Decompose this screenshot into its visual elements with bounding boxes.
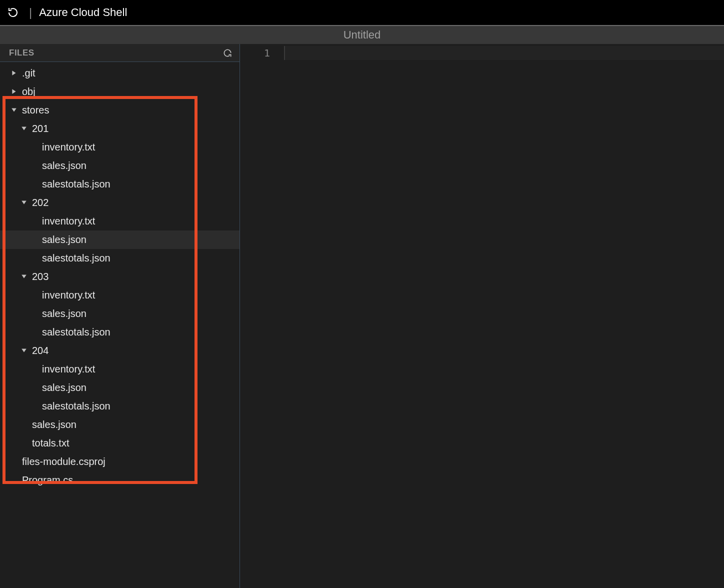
chevron-down-icon[interactable] bbox=[21, 274, 28, 280]
tree-item-label: 203 bbox=[32, 271, 48, 282]
tree-item-label: sales.json bbox=[32, 419, 76, 430]
tree-item-label: salestotals.json bbox=[42, 400, 110, 412]
tree-folder[interactable]: stores bbox=[0, 101, 240, 120]
tree-arrow-spacer bbox=[31, 144, 38, 151]
tree-item-label: salestotals.json bbox=[42, 326, 110, 338]
editor-current-line bbox=[284, 46, 724, 60]
file-tree: .gitobjstores201inventory.txtsales.jsons… bbox=[0, 62, 240, 588]
tree-arrow-spacer bbox=[31, 403, 38, 410]
tree-arrow-spacer bbox=[21, 440, 28, 447]
tree-arrow-spacer bbox=[31, 310, 38, 318]
tree-item-label: 201 bbox=[32, 123, 48, 134]
app-title: Azure Cloud Shell bbox=[39, 6, 127, 19]
chevron-right-icon[interactable] bbox=[11, 70, 18, 77]
tree-file[interactable]: inventory.txt bbox=[0, 138, 240, 156]
chevron-down-icon[interactable] bbox=[21, 200, 28, 206]
tree-file[interactable]: sales.json bbox=[0, 156, 240, 175]
main: FILES .gitobjstores201inventory.txtsales… bbox=[0, 44, 724, 588]
tree-item-label: obj bbox=[22, 86, 36, 98]
tree-arrow-spacer bbox=[31, 329, 38, 336]
tree-item-label: stores bbox=[22, 104, 49, 116]
tree-file[interactable]: salestotals.json bbox=[0, 397, 240, 416]
sidebar-title: FILES bbox=[9, 48, 34, 58]
tree-arrow-spacer bbox=[31, 255, 38, 262]
tree-item-label: .git bbox=[22, 68, 36, 79]
tree-folder[interactable]: 202 bbox=[0, 194, 240, 212]
tree-file[interactable]: salestotals.json bbox=[0, 323, 240, 342]
tree-arrow-spacer bbox=[31, 292, 38, 299]
tree-folder[interactable]: 204 bbox=[0, 342, 240, 360]
tree-file[interactable]: totals.txt bbox=[0, 434, 240, 452]
tree-arrow-spacer bbox=[31, 384, 38, 392]
tree-item-label: inventory.txt bbox=[42, 290, 95, 301]
restart-icon[interactable] bbox=[6, 6, 20, 20]
tree-arrow-spacer bbox=[31, 181, 38, 188]
tree-folder[interactable]: 203 bbox=[0, 268, 240, 286]
chevron-down-icon[interactable] bbox=[21, 126, 28, 132]
tree-item-label: Program.cs bbox=[22, 474, 73, 486]
tree-arrow-spacer bbox=[21, 422, 28, 428]
tree-file[interactable]: sales.json bbox=[0, 416, 240, 434]
tree-arrow-spacer bbox=[11, 458, 18, 466]
tree-arrow-spacer bbox=[31, 366, 38, 373]
sidebar: FILES .gitobjstores201inventory.txtsales… bbox=[0, 44, 240, 588]
refresh-icon[interactable] bbox=[222, 48, 232, 58]
tree-item-label: files-module.csproj bbox=[22, 456, 106, 468]
tab-untitled[interactable]: Untitled bbox=[344, 28, 381, 42]
tree-arrow-spacer bbox=[31, 218, 38, 225]
chevron-down-icon[interactable] bbox=[21, 348, 28, 354]
tree-item-label: salestotals.json bbox=[42, 178, 110, 190]
tree-item-label: 204 bbox=[32, 345, 48, 356]
tree-file[interactable]: salestotals.json bbox=[0, 249, 240, 268]
tree-item-label: sales.json bbox=[42, 160, 86, 172]
sidebar-header: FILES bbox=[0, 44, 240, 62]
tree-folder[interactable]: 201 bbox=[0, 120, 240, 138]
chevron-right-icon[interactable] bbox=[11, 88, 18, 96]
editor-gutter: 1 bbox=[240, 44, 284, 588]
title-divider: | bbox=[29, 6, 32, 20]
tree-item-label: salestotals.json bbox=[42, 252, 110, 264]
tree-folder[interactable]: .git bbox=[0, 64, 240, 82]
tree-file[interactable]: files-module.csproj bbox=[0, 452, 240, 471]
tree-arrow-spacer bbox=[11, 477, 18, 484]
tree-arrow-spacer bbox=[31, 162, 38, 170]
tree-folder[interactable]: obj bbox=[0, 82, 240, 101]
line-number: 1 bbox=[240, 46, 284, 60]
tree-item-label: inventory.txt bbox=[42, 216, 95, 227]
tree-item-label: 202 bbox=[32, 197, 48, 208]
tree-item-label: totals.txt bbox=[32, 438, 69, 449]
tree-file[interactable]: inventory.txt bbox=[0, 286, 240, 304]
tree-file[interactable]: inventory.txt bbox=[0, 360, 240, 378]
tree-item-label: sales.json bbox=[42, 308, 86, 320]
tree-file[interactable]: salestotals.json bbox=[0, 175, 240, 194]
tabbar: Untitled bbox=[0, 26, 724, 44]
chevron-down-icon[interactable] bbox=[11, 107, 18, 114]
tree-file[interactable]: sales.json bbox=[0, 230, 240, 249]
editor-content[interactable] bbox=[284, 44, 724, 588]
tree-item-label: sales.json bbox=[42, 382, 86, 394]
tree-file[interactable]: sales.json bbox=[0, 304, 240, 323]
editor: 1 bbox=[240, 44, 724, 588]
tree-arrow-spacer bbox=[31, 236, 38, 244]
tree-file[interactable]: Program.cs bbox=[0, 471, 240, 490]
titlebar: | Azure Cloud Shell bbox=[0, 0, 724, 26]
tree-item-label: sales.json bbox=[42, 234, 86, 246]
tree-item-label: inventory.txt bbox=[42, 142, 95, 153]
tree-file[interactable]: sales.json bbox=[0, 378, 240, 397]
tree-file[interactable]: inventory.txt bbox=[0, 212, 240, 230]
tree-item-label: inventory.txt bbox=[42, 364, 95, 375]
